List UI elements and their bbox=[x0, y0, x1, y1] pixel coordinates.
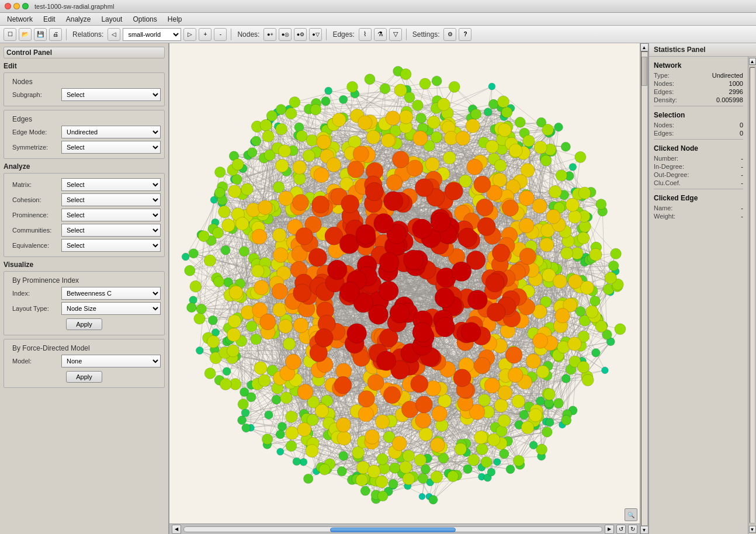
scroll-track[interactable] bbox=[183, 526, 602, 532]
vscroll-thumb[interactable] bbox=[641, 57, 647, 86]
node-add-icon[interactable]: ●+ bbox=[263, 28, 276, 41]
vscroll-up-button[interactable]: ▲ bbox=[640, 43, 649, 51]
scroll-thumb[interactable] bbox=[330, 528, 456, 532]
menu-analyze[interactable]: Analyze bbox=[61, 14, 96, 25]
svg-point-3427 bbox=[403, 473, 415, 485]
subgraph-select[interactable]: Select bbox=[61, 88, 161, 101]
svg-point-3597 bbox=[293, 161, 307, 175]
open-button[interactable]: 📂 bbox=[19, 28, 32, 41]
graph-area[interactable]: 🔍 bbox=[169, 43, 640, 523]
network-graph[interactable] bbox=[169, 43, 640, 523]
svg-point-3426 bbox=[478, 394, 491, 406]
svg-point-3489 bbox=[251, 265, 264, 278]
relations-back-button[interactable]: ◁ bbox=[107, 28, 120, 41]
svg-point-3554 bbox=[438, 394, 452, 408]
scroll-left-button[interactable]: ◀ bbox=[172, 525, 181, 534]
relations-dropdown[interactable]: small-world bbox=[123, 28, 181, 41]
node-sel-icon[interactable]: ●◎ bbox=[279, 28, 292, 41]
menu-help[interactable]: Help bbox=[163, 14, 187, 25]
svg-point-3502 bbox=[534, 141, 547, 154]
index-select[interactable]: Betweenness C bbox=[61, 287, 161, 300]
refresh-button[interactable]: ↺ bbox=[616, 525, 626, 534]
divider-3 bbox=[654, 189, 743, 189]
redo-button[interactable]: ↻ bbox=[628, 525, 637, 534]
divider-1 bbox=[654, 106, 743, 106]
symmetrize-select[interactable]: Select bbox=[61, 141, 161, 154]
svg-point-3577 bbox=[568, 337, 581, 351]
svg-point-3088 bbox=[321, 97, 330, 106]
menu-options[interactable]: Options bbox=[128, 14, 161, 25]
prominence-select[interactable]: Select bbox=[61, 209, 161, 221]
force-directed-section: By Force-Directed Model Model: None Appl… bbox=[4, 339, 165, 388]
menu-layout[interactable]: Layout bbox=[96, 14, 127, 25]
edge-link-icon[interactable]: ⌇ bbox=[359, 28, 372, 41]
new-button[interactable]: ☐ bbox=[4, 28, 16, 41]
remove-node-button[interactable]: - bbox=[214, 28, 227, 41]
nodes-label: Nodes: bbox=[237, 30, 259, 39]
minimize-button[interactable] bbox=[13, 3, 20, 9]
model-row: Model: None bbox=[12, 355, 161, 367]
svg-point-3205 bbox=[377, 491, 388, 501]
svg-point-3546 bbox=[474, 431, 488, 444]
name-value: - bbox=[741, 204, 743, 211]
svg-point-3918 bbox=[365, 182, 384, 201]
add-node-button[interactable]: + bbox=[199, 28, 211, 41]
print-button[interactable]: 🖨 bbox=[49, 28, 62, 41]
equivalence-select[interactable]: Select bbox=[61, 239, 161, 252]
node-set-icon[interactable]: ●⚙ bbox=[294, 28, 307, 41]
svg-point-3524 bbox=[222, 219, 235, 232]
node-filter-icon[interactable]: ●▽ bbox=[309, 28, 322, 41]
svg-point-3338 bbox=[542, 124, 554, 136]
cohesion-select[interactable]: Select bbox=[61, 193, 161, 206]
edit-label: Edit bbox=[4, 62, 165, 70]
matrix-select[interactable]: Select bbox=[61, 178, 161, 191]
svg-point-3568 bbox=[494, 398, 508, 412]
settings-gear-icon[interactable]: ⚙ bbox=[443, 28, 456, 41]
svg-point-3786 bbox=[367, 375, 384, 391]
svg-point-3994 bbox=[412, 323, 432, 342]
left-panel: Control Panel Edit Nodes Subgraph: Selec… bbox=[0, 43, 169, 534]
svg-point-3608 bbox=[553, 275, 567, 289]
svg-point-3989 bbox=[435, 288, 455, 308]
relations-forward-button[interactable]: ▷ bbox=[183, 28, 196, 41]
close-button[interactable] bbox=[5, 3, 11, 9]
right-scroll-down[interactable]: ▼ bbox=[749, 526, 756, 533]
symmetrize-label: Symmetrize: bbox=[12, 144, 59, 151]
maximize-button[interactable] bbox=[22, 3, 29, 9]
edges-count-row: Edges: 2996 bbox=[654, 88, 743, 95]
menu-edit[interactable]: Edit bbox=[39, 14, 60, 25]
svg-point-3215 bbox=[214, 188, 225, 198]
svg-point-3547 bbox=[529, 408, 542, 422]
svg-point-3023 bbox=[182, 253, 189, 261]
menu-bar: Network Edit Analyze Layout Options Help bbox=[0, 13, 756, 26]
svg-point-3127 bbox=[389, 479, 398, 488]
svg-point-3000 bbox=[602, 367, 609, 374]
model-select[interactable]: None bbox=[61, 355, 161, 367]
layout-type-select[interactable]: Node Size bbox=[61, 302, 161, 315]
save-button[interactable]: 💾 bbox=[34, 28, 47, 41]
zoom-button[interactable]: 🔍 bbox=[625, 508, 637, 521]
edge-arrow-icon[interactable]: ▽ bbox=[389, 28, 402, 41]
name-row: Name: - bbox=[654, 204, 743, 211]
edge-mode-select[interactable]: Undirected bbox=[61, 126, 161, 138]
name-label: Name: bbox=[654, 204, 672, 211]
edge-filter-icon[interactable]: ⚗ bbox=[374, 28, 387, 41]
right-scroll-up[interactable]: ▲ bbox=[749, 58, 756, 65]
communities-select[interactable]: Select bbox=[61, 224, 161, 237]
svg-point-3187 bbox=[542, 427, 552, 437]
svg-point-3847 bbox=[383, 386, 400, 403]
svg-point-3653 bbox=[327, 158, 341, 172]
vscroll-down-button[interactable]: ▼ bbox=[640, 526, 649, 534]
right-panel: Statistics Panel Network Type: Undirecte… bbox=[648, 43, 756, 534]
traffic-lights[interactable] bbox=[5, 3, 29, 9]
scroll-right-button[interactable]: ▶ bbox=[605, 525, 614, 534]
menu-network[interactable]: Network bbox=[2, 14, 37, 25]
apply-force-button[interactable]: Apply bbox=[66, 371, 102, 383]
help-icon[interactable]: ? bbox=[459, 28, 471, 41]
svg-point-3163 bbox=[561, 415, 571, 425]
vscroll-track[interactable] bbox=[641, 51, 648, 526]
apply-prominence-button[interactable]: Apply bbox=[66, 318, 102, 330]
right-scroll-track[interactable] bbox=[750, 67, 755, 523]
svg-point-3511 bbox=[485, 140, 498, 153]
svg-point-3368 bbox=[582, 374, 594, 386]
